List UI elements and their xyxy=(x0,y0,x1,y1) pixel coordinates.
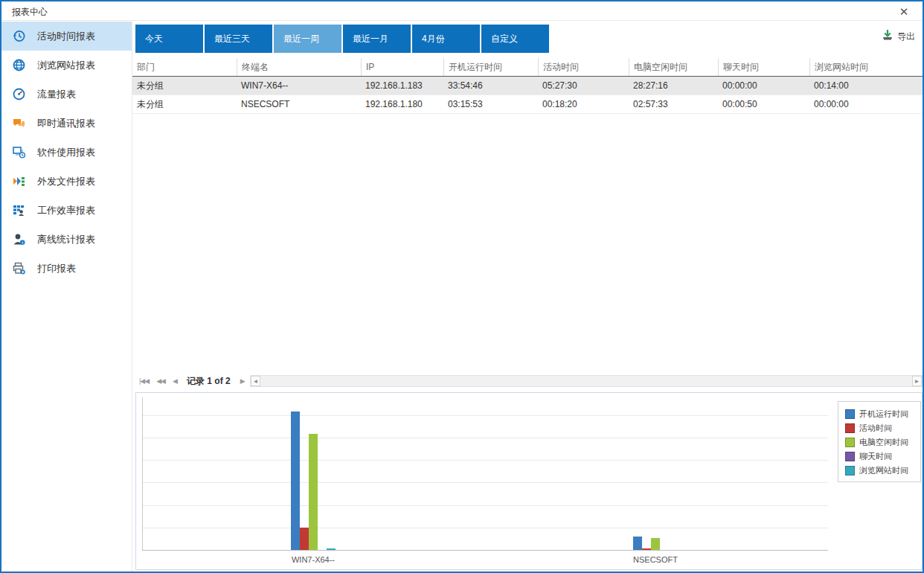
table-cell: 05:27:30 xyxy=(538,77,629,95)
tab-5[interactable]: 4月份 xyxy=(412,25,480,53)
column-header-2[interactable]: 终端名 xyxy=(237,58,361,76)
chart-bar xyxy=(291,412,300,550)
prev-page-button[interactable]: ◀ xyxy=(169,374,181,388)
legend-item: 开机运行时间 xyxy=(845,407,914,421)
window-title: 报表中心 xyxy=(12,6,48,19)
column-header-3[interactable]: IP xyxy=(361,58,443,76)
chart-bar xyxy=(309,434,318,550)
table-cell: 02:57:33 xyxy=(629,95,718,113)
gauge-icon xyxy=(11,87,26,102)
tab-1[interactable]: 今天 xyxy=(135,25,203,53)
sidebar-item-label: 软件使用报表 xyxy=(37,146,95,159)
horizontal-scrollbar[interactable]: ◄ ► xyxy=(250,375,923,387)
chart-category-label: WIN7-X64-- xyxy=(269,555,358,564)
sidebar-item-4[interactable]: 即时通讯报表 xyxy=(1,109,132,138)
chart-gridline xyxy=(142,528,828,528)
chart-bar xyxy=(651,538,660,550)
sidebar-item-label: 活动时间报表 xyxy=(37,30,95,43)
chart-bar xyxy=(300,528,309,550)
sidebar-item-7[interactable]: 工作效率报表 xyxy=(1,196,132,225)
chart-bar xyxy=(633,537,642,550)
sidebar-item-5[interactable]: 软件使用报表 xyxy=(1,138,132,167)
column-header-4[interactable]: 开机运行时间 xyxy=(443,58,538,76)
table-cell: 03:15:53 xyxy=(443,95,538,113)
sidebar-item-9[interactable]: 打印报表 xyxy=(1,254,132,283)
legend-label: 开机运行时间 xyxy=(859,409,908,420)
fast-prev-button[interactable]: ◀◀ xyxy=(153,374,169,388)
table-cell: 00:00:00 xyxy=(718,77,809,95)
sidebar-item-label: 浏览网站报表 xyxy=(37,59,95,72)
table-cell: 未分组 xyxy=(132,95,237,113)
close-icon[interactable]: ✕ xyxy=(896,4,912,20)
app-windows-icon xyxy=(11,145,26,160)
table-cell: 33:54:46 xyxy=(443,77,538,95)
chart-y-axis xyxy=(142,397,143,550)
chart-bar xyxy=(642,548,651,550)
export-button[interactable]: 导出 xyxy=(882,30,915,43)
sidebar-item-label: 即时通讯报表 xyxy=(37,117,95,130)
legend-label: 浏览网站时间 xyxy=(859,465,908,476)
legend-item: 活动时间 xyxy=(845,421,914,435)
column-header-5[interactable]: 活动时间 xyxy=(538,58,629,76)
chart-category-label: NSECSOFT xyxy=(611,555,700,564)
report-center-window: 报表中心 ✕ 活动时间报表浏览网站报表流量报表即时通讯报表软件使用报表外发文件报… xyxy=(0,0,924,573)
sidebar-item-label: 流量报表 xyxy=(37,88,76,101)
table-row[interactable]: 未分组WIN7-X64--192.168.1.18333:54:4605:27:… xyxy=(132,77,923,95)
sidebar-item-2[interactable]: 浏览网站报表 xyxy=(1,51,132,80)
column-header-8[interactable]: 浏览网站时间 xyxy=(809,58,923,76)
scroll-right-icon[interactable]: ► xyxy=(912,376,922,386)
column-header-7[interactable]: 聊天时间 xyxy=(718,58,809,76)
legend-item: 电脑空闲时间 xyxy=(845,435,914,449)
legend-swatch-icon xyxy=(845,466,855,476)
chart-gridline xyxy=(142,505,828,506)
sidebar-item-8[interactable]: i离线统计报表 xyxy=(1,225,132,254)
table-cell: 00:14:00 xyxy=(809,77,923,95)
record-count-text: 记录 1 of 2 xyxy=(181,375,237,388)
chart-bar xyxy=(327,548,336,550)
legend-label: 活动时间 xyxy=(859,423,892,434)
chat-bubbles-icon xyxy=(11,116,26,131)
globe-icon xyxy=(11,58,26,73)
sidebar-item-label: 离线统计报表 xyxy=(37,233,95,246)
outgoing-files-icon xyxy=(11,174,26,189)
table-cell: 192.168.1.180 xyxy=(361,95,443,113)
column-header-6[interactable]: 电脑空闲时间 xyxy=(629,58,718,76)
legend-item: 聊天时间 xyxy=(845,449,914,464)
legend-swatch-icon xyxy=(845,438,855,447)
sidebar-item-3[interactable]: 流量报表 xyxy=(1,80,132,109)
export-download-icon xyxy=(882,29,893,44)
activity-time-chart: WIN7-X64--NSECSOFT开机运行时间活动时间电脑空闲时间聊天时间浏览… xyxy=(135,392,923,570)
sidebar-item-6[interactable]: 外发文件报表 xyxy=(1,167,132,196)
legend-label: 电脑空闲时间 xyxy=(859,437,908,448)
tab-4[interactable]: 最近一月 xyxy=(343,25,411,53)
history-clock-icon xyxy=(11,29,26,44)
legend-label: 聊天时间 xyxy=(859,451,892,462)
table-cell: 192.168.1.183 xyxy=(361,77,443,95)
table-cell: 00:18:20 xyxy=(538,95,629,113)
table-row[interactable]: 未分组NSECSOFT192.168.1.18003:15:5300:18:20… xyxy=(132,95,923,114)
legend-item: 浏览网站时间 xyxy=(845,464,914,478)
tab-3[interactable]: 最近一周 xyxy=(274,25,341,53)
printer-icon xyxy=(11,261,26,276)
chart-gridline xyxy=(142,482,828,483)
sidebar-item-label: 外发文件报表 xyxy=(37,175,95,188)
table-cell: 00:00:00 xyxy=(809,95,923,113)
tab-2[interactable]: 最近三天 xyxy=(205,25,272,53)
tab-6[interactable]: 自定义 xyxy=(481,25,549,53)
table-header: 部门终端名IP开机运行时间活动时间电脑空闲时间聊天时间浏览网站时间 xyxy=(132,58,923,77)
next-page-button[interactable]: ▶ xyxy=(237,374,248,388)
title-bar: 报表中心 ✕ xyxy=(1,1,923,21)
scroll-left-icon[interactable]: ◄ xyxy=(251,376,260,386)
sidebar-item-1[interactable]: 活动时间报表 xyxy=(1,22,132,51)
legend-swatch-icon xyxy=(845,423,855,433)
offline-user-icon: i xyxy=(11,232,26,247)
table-cell: WIN7-X64-- xyxy=(237,77,361,95)
table-cell: 28:27:16 xyxy=(629,77,718,95)
column-header-1[interactable]: 部门 xyxy=(132,58,237,76)
first-page-button[interactable]: |◀◀ xyxy=(135,374,153,388)
export-label: 导出 xyxy=(897,31,915,43)
table-cell: 未分组 xyxy=(132,77,237,95)
legend-swatch-icon xyxy=(845,409,855,419)
chart-x-axis xyxy=(142,550,828,551)
chart-gridline xyxy=(142,415,828,416)
